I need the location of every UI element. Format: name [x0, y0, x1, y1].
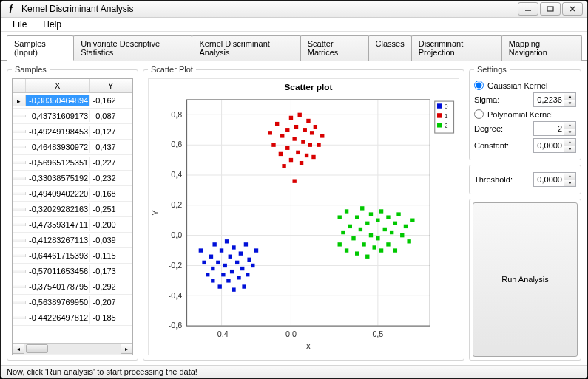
- constant-input[interactable]: ▲▼: [533, 138, 576, 153]
- sigma-up[interactable]: ▲: [564, 93, 575, 100]
- svg-rect-119: [437, 113, 442, 117]
- cell-x[interactable]: -0,49249198453...: [26, 126, 90, 137]
- tab-kernel-discriminant[interactable]: Kernel Discriminant Analysis: [192, 35, 300, 61]
- cell-y[interactable]: -0,173: [90, 265, 132, 277]
- threshold-field[interactable]: [534, 173, 564, 186]
- table-row[interactable]: -0,43731609173... -0,087: [13, 109, 132, 124]
- cell-x[interactable]: -0,56965125351...: [26, 157, 90, 168]
- svg-text:0: 0: [445, 103, 448, 110]
- col-header-x[interactable]: X: [26, 79, 90, 92]
- cell-y[interactable]: -0,039: [90, 234, 132, 246]
- table-row[interactable]: -0 44226497812 -0 185: [13, 310, 132, 326]
- tab-scatter-matrices[interactable]: Scatter Matrices: [300, 35, 369, 61]
- degree-input[interactable]: ▲▼: [533, 121, 576, 136]
- table-row[interactable]: -0,49249198453... -0,127: [13, 124, 132, 140]
- close-button[interactable]: [562, 2, 583, 16]
- threshold-input[interactable]: ▲▼: [533, 172, 576, 187]
- svg-rect-103: [386, 216, 390, 219]
- sigma-field[interactable]: [534, 93, 564, 106]
- col-header-y[interactable]: Y: [90, 79, 132, 92]
- cell-x[interactable]: -0,33038575192...: [26, 172, 90, 184]
- svg-rect-64: [289, 158, 293, 162]
- cell-y[interactable]: -0 185: [90, 312, 132, 324]
- menu-file[interactable]: File: [5, 18, 34, 31]
- run-analysis-button[interactable]: Run Analysis: [473, 202, 578, 357]
- cell-x[interactable]: -0,57011653456...: [26, 265, 90, 277]
- tab-samples-input[interactable]: Samples (Input): [7, 35, 74, 61]
- table-row[interactable]: -0,47359314711... -0,200: [13, 217, 132, 233]
- constant-down[interactable]: ▼: [564, 146, 575, 153]
- cell-y[interactable]: -0,292: [90, 281, 132, 293]
- horizontal-scrollbar[interactable]: ◂ ▸: [13, 343, 132, 355]
- sigma-input[interactable]: ▲▼: [533, 92, 576, 107]
- table-row[interactable]: -0,49409402220... -0,168: [13, 186, 132, 202]
- gaussian-radio-input[interactable]: [474, 81, 484, 90]
- svg-rect-61: [285, 128, 289, 132]
- svg-rect-98: [376, 219, 379, 222]
- gaussian-kernel-radio[interactable]: Gaussian Kernel: [474, 81, 576, 90]
- cell-x[interactable]: -0,64461715393...: [26, 250, 90, 262]
- scroll-left-button[interactable]: ◂: [13, 344, 24, 354]
- cell-x[interactable]: -0,38350464894...: [26, 95, 90, 106]
- tab-classes[interactable]: Classes: [368, 35, 412, 61]
- samples-table[interactable]: X Y -0,38350464894... -0,162 -0,43731609…: [12, 78, 133, 355]
- scroll-right-button[interactable]: ▸: [121, 344, 132, 354]
- table-row[interactable]: -0,37540178795... -0,292: [13, 279, 132, 295]
- cell-x[interactable]: -0,41283267113...: [26, 234, 90, 246]
- cell-x[interactable]: -0,56389769950...: [26, 296, 90, 308]
- table-row[interactable]: -0,57011653456... -0,173: [13, 264, 132, 279]
- row-gutter: [13, 285, 26, 288]
- table-row[interactable]: -0,32029282163... -0,251: [13, 202, 132, 217]
- svg-rect-80: [320, 134, 324, 137]
- cell-y[interactable]: -0,115: [90, 250, 132, 262]
- constant-field[interactable]: [534, 139, 564, 152]
- table-row[interactable]: -0,56965125351... -0,227: [13, 155, 132, 171]
- cell-y[interactable]: -0,200: [90, 219, 132, 231]
- cell-y[interactable]: -0,227: [90, 157, 132, 168]
- cell-x[interactable]: -0,47359314711...: [26, 219, 90, 231]
- plot-canvas[interactable]: -0,40,00,5-0,6-0,4-0,20,00,20,40,60,8Sca…: [148, 78, 459, 355]
- cell-x[interactable]: -0,46483930972...: [26, 141, 90, 153]
- maximize-button[interactable]: [540, 2, 561, 16]
- degree-down[interactable]: ▼: [564, 129, 575, 136]
- constant-up[interactable]: ▲: [564, 139, 575, 146]
- cell-y[interactable]: -0,437: [90, 141, 132, 153]
- minimize-button[interactable]: [518, 2, 538, 16]
- cell-y[interactable]: -0,207: [90, 296, 132, 308]
- cell-x[interactable]: -0,37540178795...: [26, 281, 90, 293]
- table-row[interactable]: -0,46483930972... -0,437: [13, 140, 132, 155]
- threshold-down[interactable]: ▼: [564, 180, 575, 187]
- degree-field[interactable]: [534, 122, 564, 135]
- cell-y[interactable]: -0,162: [90, 95, 132, 106]
- cell-y[interactable]: -0,087: [90, 110, 132, 122]
- constant-label: Constant:: [474, 141, 509, 150]
- table-row[interactable]: -0,33038575192... -0,232: [13, 171, 132, 186]
- sigma-down[interactable]: ▼: [564, 100, 575, 107]
- table-row[interactable]: -0,56389769950... -0,207: [13, 295, 132, 310]
- table-row[interactable]: -0,64461715393... -0,115: [13, 248, 132, 264]
- cell-y[interactable]: -0,232: [90, 172, 132, 184]
- tab-univariate-stats[interactable]: Univariate Descriptive Statistics: [73, 35, 192, 61]
- cell-x[interactable]: -0,49409402220...: [26, 188, 90, 199]
- polynomial-radio-input[interactable]: [474, 109, 484, 119]
- svg-rect-97: [372, 245, 376, 249]
- cell-x[interactable]: -0,32029282163...: [26, 203, 90, 215]
- table-row[interactable]: -0,41283267113... -0,039: [13, 233, 132, 248]
- tab-discriminant-projection[interactable]: Discriminant Projection: [411, 35, 502, 61]
- tab-mapping-navigation[interactable]: Mapping Navigation: [501, 35, 582, 61]
- cell-x[interactable]: -0,43731609173...: [26, 110, 90, 122]
- cell-y[interactable]: -0,251: [90, 203, 132, 215]
- svg-rect-100: [379, 209, 383, 213]
- menu-help[interactable]: Help: [36, 18, 69, 31]
- cell-y[interactable]: -0,127: [90, 126, 132, 137]
- threshold-up[interactable]: ▲: [564, 173, 575, 180]
- window-title: Kernel Discriminant Analysis: [21, 4, 518, 14]
- polynomial-kernel-radio[interactable]: Polynomial Kernel: [474, 109, 576, 119]
- cell-y[interactable]: -0,168: [90, 188, 132, 199]
- scroll-track[interactable]: [24, 344, 121, 354]
- scroll-thumb[interactable]: [26, 344, 48, 353]
- svg-rect-81: [338, 216, 342, 219]
- cell-x[interactable]: -0 44226497812: [26, 312, 90, 324]
- table-row[interactable]: -0,38350464894... -0,162: [13, 93, 132, 109]
- degree-up[interactable]: ▲: [564, 122, 575, 129]
